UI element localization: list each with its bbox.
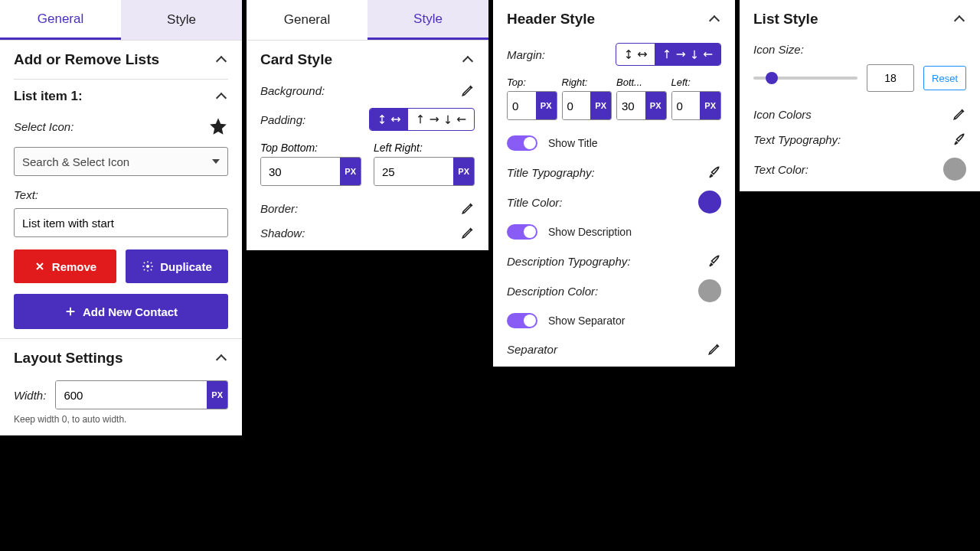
subsection-list-item-1: List item 1: Select Icon: Search & Selec… bbox=[0, 80, 242, 338]
description-color-row: Description Color: bbox=[507, 279, 721, 302]
section-add-remove-lists: Add or Remove Lists bbox=[0, 41, 242, 79]
show-title-toggle[interactable] bbox=[507, 135, 537, 151]
brush-icon[interactable] bbox=[951, 132, 966, 147]
close-icon bbox=[34, 260, 46, 272]
description-color-label: Description Color: bbox=[507, 285, 598, 298]
margin-row: Margin: bbox=[507, 43, 721, 66]
unit-badge[interactable]: PX bbox=[340, 158, 361, 185]
section-toggle-layout[interactable]: Layout Settings bbox=[14, 350, 228, 367]
margin-bottom-input[interactable] bbox=[617, 92, 645, 119]
pencil-icon[interactable] bbox=[461, 201, 475, 215]
section-title: Layout Settings bbox=[14, 350, 123, 367]
margin-left-input[interactable] bbox=[672, 92, 701, 119]
unit-badge[interactable]: PX bbox=[590, 92, 611, 119]
width-label: Width: bbox=[14, 389, 46, 402]
separator-row: Separator bbox=[507, 342, 721, 356]
duplicate-label: Duplicate bbox=[160, 260, 212, 273]
show-separator-row: Show Separator bbox=[507, 313, 721, 328]
slider-thumb[interactable] bbox=[766, 72, 778, 84]
pencil-icon[interactable] bbox=[707, 342, 721, 356]
left-right-input[interactable] bbox=[374, 158, 453, 185]
panel-general: General Style Add or Remove Lists List i… bbox=[0, 0, 242, 435]
description-color-swatch[interactable] bbox=[698, 279, 721, 302]
border-label: Border: bbox=[260, 202, 298, 215]
margin-top-label: Top: bbox=[507, 77, 557, 88]
duplicate-button[interactable]: Duplicate bbox=[126, 249, 228, 283]
star-icon bbox=[208, 116, 228, 136]
reset-button[interactable]: Reset bbox=[923, 66, 966, 90]
tab-general[interactable]: General bbox=[247, 0, 368, 40]
border-row: Border: bbox=[260, 201, 475, 215]
left-right-label: Left Right: bbox=[374, 142, 475, 154]
margin-values: Top: PX Right: PX Bott... PX Left: PX bbox=[507, 77, 721, 120]
pencil-icon[interactable] bbox=[461, 226, 475, 240]
left-right-input-group: PX bbox=[374, 157, 475, 186]
pencil-icon[interactable] bbox=[952, 107, 966, 121]
margin-top-input[interactable] bbox=[508, 92, 536, 119]
show-separator-toggle[interactable] bbox=[507, 313, 537, 328]
section-toggle-header-style[interactable]: Header Style bbox=[507, 11, 721, 28]
width-input[interactable] bbox=[56, 381, 207, 409]
unit-badge[interactable]: PX bbox=[700, 92, 720, 119]
text-input[interactable] bbox=[14, 208, 228, 237]
section-title: Header Style bbox=[507, 11, 595, 28]
brush-icon[interactable] bbox=[706, 253, 721, 269]
margin-right-input[interactable] bbox=[563, 92, 591, 119]
title-color-row: Title Color: bbox=[507, 191, 721, 214]
list-item-header[interactable]: List item 1: bbox=[14, 89, 228, 104]
tab-general[interactable]: General bbox=[0, 0, 121, 40]
select-icon-label: Select Icon: bbox=[14, 120, 74, 133]
unit-badge[interactable]: PX bbox=[207, 381, 227, 409]
section-title: Add or Remove Lists bbox=[14, 51, 159, 68]
section-toggle-list-style[interactable]: List Style bbox=[753, 11, 966, 28]
show-title-row: Show Title bbox=[507, 135, 721, 151]
section-layout-settings: Layout Settings Width: PX Keep width 0, … bbox=[0, 338, 242, 435]
margin-bottom-label: Bott... bbox=[616, 77, 667, 88]
unit-badge[interactable]: PX bbox=[453, 158, 474, 185]
brush-icon[interactable] bbox=[706, 165, 721, 180]
section-toggle-card-style[interactable]: Card Style bbox=[260, 51, 475, 68]
unit-badge[interactable]: PX bbox=[645, 92, 666, 119]
icon-select[interactable]: Search & Select Icon bbox=[14, 147, 228, 176]
padding-linked-mode[interactable] bbox=[370, 109, 408, 130]
title-typography-label: Title Typography: bbox=[507, 166, 595, 179]
width-row: Width: PX bbox=[14, 380, 228, 409]
padding-values: Top Bottom: PX Left Right: PX bbox=[260, 142, 475, 186]
icon-colors-row: Icon Colors bbox=[753, 107, 966, 121]
text-color-swatch[interactable] bbox=[943, 158, 966, 181]
item-action-buttons: Remove Duplicate bbox=[14, 249, 228, 283]
section-toggle-add-remove[interactable]: Add or Remove Lists bbox=[14, 51, 228, 68]
show-description-toggle[interactable] bbox=[507, 224, 537, 240]
top-bottom-input-group: PX bbox=[260, 157, 361, 186]
list-item-title: List item 1: bbox=[14, 89, 83, 104]
chevron-up-icon bbox=[217, 91, 228, 102]
padding-row: Padding: bbox=[260, 108, 475, 131]
add-new-contact-button[interactable]: Add New Contact bbox=[14, 294, 228, 329]
unit-badge[interactable]: PX bbox=[536, 92, 557, 119]
width-help-text: Keep width 0, to auto width. bbox=[14, 414, 228, 425]
tabs: General Style bbox=[247, 0, 488, 41]
title-color-swatch[interactable] bbox=[698, 191, 721, 214]
section-list-style: List Style Icon Size: Reset Icon Colors … bbox=[740, 0, 980, 191]
show-separator-label: Show Separator bbox=[548, 315, 625, 327]
padding-individual-mode[interactable] bbox=[408, 109, 474, 130]
background-label: Background: bbox=[260, 84, 325, 97]
remove-label: Remove bbox=[52, 260, 96, 273]
tab-style[interactable]: Style bbox=[368, 0, 488, 40]
shadow-row: Shadow: bbox=[260, 226, 475, 240]
icon-size-input[interactable] bbox=[867, 64, 914, 92]
chevron-up-icon bbox=[956, 14, 966, 24]
remove-button[interactable]: Remove bbox=[14, 249, 116, 283]
shadow-label: Shadow: bbox=[260, 227, 305, 240]
top-bottom-input[interactable] bbox=[261, 158, 340, 185]
text-color-label: Text Color: bbox=[753, 163, 808, 176]
tab-style[interactable]: Style bbox=[121, 0, 242, 40]
pencil-icon[interactable] bbox=[461, 83, 475, 97]
tabs: General Style bbox=[0, 0, 242, 41]
icon-size-row: Reset bbox=[753, 64, 966, 92]
icon-size-slider[interactable] bbox=[753, 77, 858, 80]
title-typography-row: Title Typography: bbox=[507, 165, 721, 180]
margin-individual-mode[interactable] bbox=[655, 44, 720, 65]
margin-linked-mode[interactable] bbox=[616, 44, 655, 65]
description-typography-row: Description Typography: bbox=[507, 253, 721, 269]
